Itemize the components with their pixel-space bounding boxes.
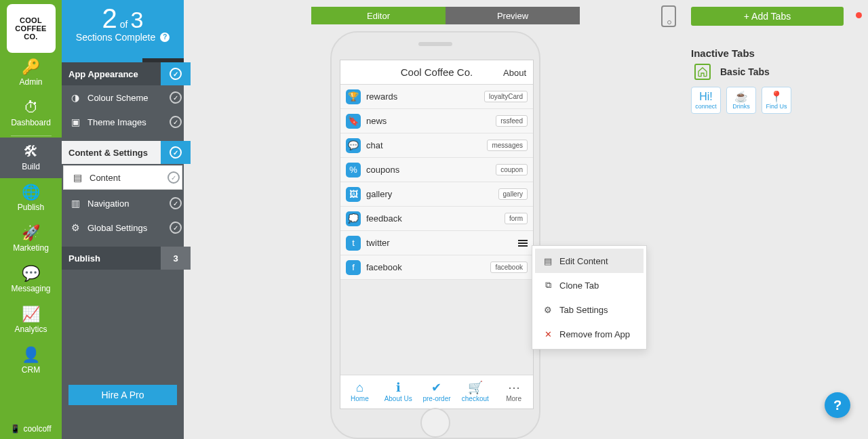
drag-handle-icon[interactable] [518,240,528,247]
bottom-nav-icon: ℹ [396,381,401,394]
ctx-icon: ▤ [540,256,555,266]
tab-row-coupons[interactable]: %couponscoupon [340,158,533,182]
coupons-icon: % [346,163,361,177]
rail-item-crm[interactable]: 👤 CRM [0,341,62,381]
tab-type-badge: gallery [498,188,528,200]
ctx-tab-settings[interactable]: ⚙Tab Settings [535,297,644,322]
check-icon: ✓ [170,91,182,104]
add-tabs-button[interactable]: + Add Tabs [691,7,844,26]
notification-dot [856,12,862,18]
rail-footer[interactable]: 📱coolcoff [0,424,62,434]
tab-label: facebook [366,262,402,272]
sub-global-settings[interactable]: ⚙ Global Settings ✓ [62,215,184,240]
sub-navigation[interactable]: ▥ Navigation ✓ [62,191,184,215]
rail-item-marketing[interactable]: 🚀 Marketing [0,219,62,259]
hire-a-pro-button[interactable]: Hire A Pro [68,385,177,405]
phone-mock: Cool Coffee Co. About 🏆rewardsloyaltyCar… [330,31,540,439]
tab-row-twitter[interactable]: ttwitter [340,231,533,255]
card-icon: ▤ [71,172,84,183]
tab-label: rewards [366,91,397,102]
check-icon: ✓ [170,146,182,159]
ctx-clone-tab[interactable]: ⧉Clone Tab [535,273,644,297]
bottom-nav-icon: ⋯ [508,381,520,394]
bottom-nav-checkout[interactable]: 🛒checkout [456,375,494,409]
tools-icon: 🛠 [0,143,62,161]
house-icon [694,64,711,80]
inactive-tab-slots: Hi!connect☕Drinks📍Find Us [691,87,791,114]
rail-item-build[interactable]: 🛠 Build [0,138,62,178]
tab-label: news [366,116,387,126]
inactive-slot-find-us[interactable]: 📍Find Us [762,87,791,114]
tab-row-feedback[interactable]: 💭feedbackform [340,207,533,231]
globe-icon: 🌐 [0,184,62,201]
brand-logo: COOL COFFEE CO. [7,4,56,53]
check-icon: ✓ [170,68,182,80]
image-icon: ▣ [68,117,82,127]
gear-icon: ⚙ [68,222,82,233]
tab-row-news[interactable]: 🔖newsrssfeed [340,109,533,133]
rail-item-messaging[interactable]: 💬 Messaging [0,259,62,300]
section-content-settings[interactable]: Content & Settings ✓ [62,141,184,164]
tab-row-gallery[interactable]: 🖼gallerygallery [340,182,533,207]
bottom-nav: ⌂HomeℹAbout Us✔pre-order🛒checkout⋯More [340,375,533,409]
device-orientation-toggle[interactable] [661,5,676,27]
editor-tab[interactable]: Editor [311,7,446,24]
feedback-icon: 💭 [346,211,361,226]
phone-speaker [418,42,452,46]
rail-item-dashboard[interactable]: ⏱ Dashboard [0,93,62,134]
inactive-slot-drinks[interactable]: ☕Drinks [726,87,756,114]
bottom-nav-icon: ⌂ [356,381,363,394]
help-icon[interactable]: ? [160,33,170,42]
sub-content[interactable]: ▤ Content ✓ [63,165,182,190]
ctx-edit-content[interactable]: ▤Edit Content [535,249,644,273]
twitter-icon: t [346,236,361,251]
bottom-nav-about-us[interactable]: ℹAbout Us [379,375,418,409]
section-app-appearance[interactable]: App Appearance ✓ [62,62,184,85]
bottom-nav-icon: 🛒 [468,381,483,394]
ctx-icon: ⚙ [540,305,555,315]
slot-icon: ☕ [734,91,748,102]
app-about-link[interactable]: About [503,60,526,85]
preview-tab[interactable]: Preview [446,7,580,24]
tab-row-rewards[interactable]: 🏆rewardsloyaltyCard [340,85,533,109]
section-publish[interactable]: Publish 3 [62,247,184,270]
gallery-icon: 🖼 [346,187,361,202]
phone-home-button[interactable] [420,408,450,438]
tab-label: coupons [366,165,399,175]
tab-row-chat[interactable]: 💬chatmessages [340,133,533,158]
sub-theme-images[interactable]: ▣ Theme Images ✓ [62,110,184,134]
mode-toggle: Editor Preview [311,7,580,24]
tab-row-facebook[interactable]: ffacebookfacebook [340,255,533,280]
ctx-icon: ✕ [540,329,555,339]
ctx-icon: ⧉ [540,280,555,291]
check-icon: ✓ [170,222,182,234]
rewards-icon: 🏆 [346,89,361,104]
sub-colour-scheme[interactable]: ◑ Colour Scheme ✓ [62,85,184,110]
bottom-nav-icon: ✔ [431,381,441,394]
tab-label: feedback [366,213,402,224]
inactive-slot-connect[interactable]: Hi!connect [691,87,721,114]
rail-item-analytics[interactable]: 📈 Analytics [0,300,62,341]
message-icon: 💬 [0,265,62,283]
tab-type-badge: messages [487,140,528,151]
tab-label: chat [366,140,383,150]
app-screen: Cool Coffee Co. About 🏆rewardsloyaltyCar… [340,60,534,409]
bottom-nav-home[interactable]: ⌂Home [340,375,379,409]
ctx-remove-from-app[interactable]: ✕Remove from App [535,322,644,346]
tab-label: gallery [366,189,392,199]
progress-done: 2 [102,5,117,31]
tab-type-badge: coupon [496,164,528,175]
rail-divider [11,135,52,136]
news-icon: 🔖 [346,114,361,129]
bottom-nav-more[interactable]: ⋯More [494,375,533,409]
basic-tabs-row[interactable]: Basic Tabs [694,64,770,80]
slot-icon: Hi! [699,91,713,102]
rocket-icon: 🚀 [0,224,62,242]
bottom-nav-pre-order[interactable]: ✔pre-order [418,375,456,409]
tab-type-badge: form [505,213,528,224]
rail-item-publish[interactable]: 🌐 Publish [0,178,62,219]
rail-item-admin[interactable]: 🔑 Admin [0,53,62,93]
key-icon: 🔑 [0,58,62,76]
tab-type-badge: rssfeed [496,115,528,127]
help-fab[interactable]: ? [825,392,850,418]
